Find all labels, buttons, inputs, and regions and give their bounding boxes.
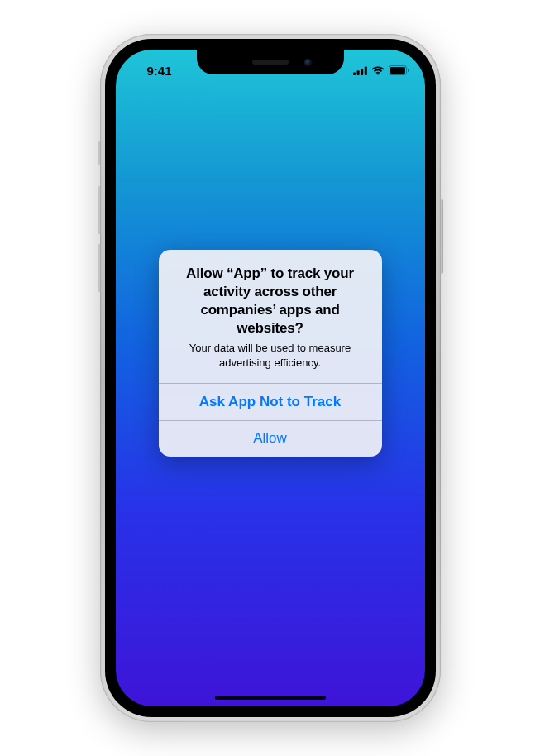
- allow-button[interactable]: Allow: [159, 420, 382, 457]
- status-time: 9:41: [146, 64, 171, 78]
- power-button: [440, 199, 443, 274]
- earpiece-speaker: [252, 60, 289, 65]
- tracking-permission-dialog: Allow “App” to track your activity acros…: [159, 250, 382, 457]
- svg-rect-0: [353, 72, 356, 75]
- ask-not-to-track-button[interactable]: Ask App Not to Track: [159, 384, 382, 420]
- notch: [197, 50, 344, 74]
- svg-rect-3: [364, 66, 366, 75]
- home-indicator[interactable]: [215, 696, 326, 700]
- svg-rect-2: [361, 68, 363, 74]
- dialog-title: Allow “App” to track your activity acros…: [172, 265, 369, 337]
- dialog-body: Allow “App” to track your activity acros…: [159, 250, 382, 383]
- dialog-message: Your data will be used to measure advert…: [172, 341, 369, 370]
- cellular-signal-icon: [353, 66, 367, 75]
- screen: 9:41: [116, 50, 425, 706]
- battery-icon: [389, 65, 409, 75]
- phone-bezel: 9:41: [105, 39, 436, 717]
- phone-device-frame: 9:41: [100, 34, 441, 722]
- front-camera: [303, 58, 313, 67]
- svg-rect-5: [390, 67, 405, 74]
- volume-up-button: [98, 186, 101, 234]
- silence-switch: [98, 141, 101, 165]
- svg-rect-1: [356, 70, 359, 75]
- volume-down-button: [98, 244, 101, 292]
- wifi-icon: [371, 66, 385, 75]
- dialog-backdrop: Allow “App” to track your activity acros…: [116, 50, 425, 706]
